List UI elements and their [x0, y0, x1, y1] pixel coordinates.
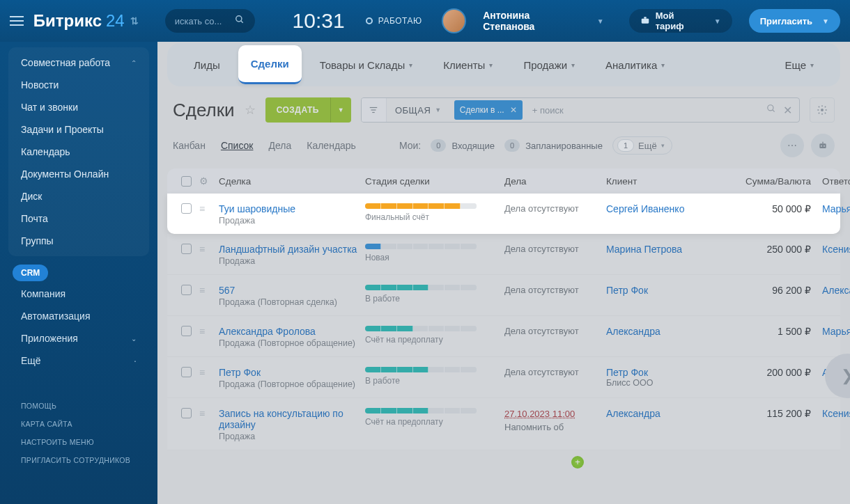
- search-icon[interactable]: [766, 104, 776, 116]
- drag-handle-icon[interactable]: ≡: [199, 367, 219, 378]
- row-checkbox[interactable]: [181, 244, 192, 254]
- add-activity-icon[interactable]: +: [571, 456, 584, 468]
- sidebar-item-collab[interactable]: Совместная работа ⌃: [8, 52, 149, 74]
- sidebar-item[interactable]: Календарь: [8, 141, 149, 163]
- col-client[interactable]: Клиент: [606, 176, 736, 187]
- table-row[interactable]: ≡Туи шаровидныеПродажаФинальный счётДела…: [167, 194, 840, 234]
- client-link[interactable]: Марина Петрова: [606, 244, 736, 255]
- select-all-checkbox[interactable]: [181, 176, 192, 187]
- user-avatar[interactable]: [442, 8, 467, 33]
- deal-name-link[interactable]: 567: [219, 285, 365, 296]
- stage-progress[interactable]: [365, 408, 477, 414]
- responsible-link[interactable]: Марьяна: [822, 203, 850, 214]
- col-responsible[interactable]: Ответст: [822, 176, 850, 187]
- menu-toggle-icon[interactable]: [10, 16, 24, 26]
- sidebar-item[interactable]: Автоматизация: [0, 305, 157, 327]
- crm-tab-more[interactable]: Еще ▾: [772, 45, 826, 84]
- crm-tab[interactable]: Товары и Склады▾: [307, 45, 426, 84]
- sidebar-item[interactable]: Задачи и Проекты: [8, 118, 149, 141]
- sidebar-mini-link[interactable]: НАСТРОИТЬ МЕНЮ: [21, 433, 137, 451]
- client-link[interactable]: Александра: [606, 326, 736, 337]
- filter-add-search[interactable]: + поиск: [525, 105, 571, 116]
- column-settings-icon[interactable]: ⚙: [199, 175, 219, 187]
- row-checkbox[interactable]: [181, 285, 192, 295]
- client-link[interactable]: Петр Фок: [606, 367, 736, 378]
- global-search[interactable]: [165, 9, 255, 33]
- sidebar-item[interactable]: Документы Онлайн: [8, 163, 149, 185]
- deal-name-link[interactable]: Александра Фролова: [219, 326, 365, 337]
- sidebar-item[interactable]: Чат и звонки: [8, 96, 149, 118]
- col-amount[interactable]: Сумма/Валюта: [736, 176, 822, 187]
- drag-handle-icon[interactable]: ≡: [199, 244, 219, 255]
- col-business[interactable]: Дела: [504, 176, 606, 187]
- crm-tab[interactable]: Сделки: [238, 45, 302, 84]
- invite-button[interactable]: Пригласить ▼: [749, 9, 840, 33]
- crm-tab[interactable]: Аналитика▾: [593, 45, 677, 84]
- chevron-down-icon[interactable]: ▼: [597, 17, 604, 25]
- table-row[interactable]: ≡Петр ФокПродажа (Повторное обращение)В …: [167, 357, 840, 398]
- tariff-button[interactable]: Мой тариф ▼: [629, 9, 732, 33]
- mine-planned[interactable]: 0 Запланированные: [504, 139, 603, 152]
- drag-handle-icon[interactable]: ≡: [199, 285, 219, 296]
- drag-handle-icon[interactable]: ≡: [199, 326, 219, 337]
- col-stage[interactable]: Стадия сделки: [365, 176, 504, 187]
- sidebar-item[interactable]: Компания: [0, 283, 157, 305]
- crm-tab[interactable]: Продажи▾: [511, 45, 587, 84]
- sidebar-item-more[interactable]: Ещё: [0, 349, 157, 372]
- filter-chip[interactable]: Сделки в ... ✕: [454, 100, 523, 120]
- sidebar-item-crm[interactable]: CRM: [13, 265, 48, 281]
- col-deal[interactable]: Сделка: [219, 176, 365, 187]
- responsible-link[interactable]: Ксения И: [822, 408, 850, 419]
- search-input[interactable]: [175, 16, 229, 26]
- settings-button[interactable]: [810, 97, 835, 123]
- app-logo[interactable]: Битрикс 24 ⇅: [33, 11, 139, 31]
- more-actions-button[interactable]: ⋯: [780, 134, 804, 157]
- row-checkbox[interactable]: [181, 203, 192, 214]
- view-subtab[interactable]: Канбан: [173, 140, 206, 151]
- work-status[interactable]: РАБОТАЮ: [366, 16, 422, 26]
- client-link[interactable]: Александра: [606, 408, 736, 419]
- stage-progress[interactable]: [365, 203, 477, 209]
- view-subtab[interactable]: Список: [221, 140, 254, 151]
- table-row[interactable]: ≡Запись на консультацию по дизайнуПродаж…: [167, 398, 840, 450]
- stage-progress[interactable]: [365, 326, 477, 331]
- deal-name-link[interactable]: Петр Фок: [219, 367, 365, 378]
- create-split[interactable]: ▼: [330, 97, 351, 123]
- stage-progress[interactable]: [365, 244, 477, 249]
- deal-name-link[interactable]: Запись на консультацию по дизайну: [219, 408, 365, 430]
- sidebar-item[interactable]: Почта: [8, 207, 149, 230]
- deal-name-link[interactable]: Туи шаровидные: [219, 203, 365, 214]
- table-row[interactable]: ≡567Продажа (Повторная сделка)В работеДе…: [167, 275, 840, 316]
- client-link[interactable]: Петр Фок: [606, 285, 736, 296]
- responsible-link[interactable]: Марьяна: [822, 326, 850, 337]
- sidebar-mini-link[interactable]: КАРТА САЙТА: [21, 415, 137, 433]
- deal-name-link[interactable]: Ландшафтный дизайн участка: [219, 244, 365, 255]
- sidebar-item[interactable]: Группы: [8, 230, 149, 252]
- table-row[interactable]: ≡Александра ФроловаПродажа (Повторное об…: [167, 316, 840, 357]
- drag-handle-icon[interactable]: ≡: [199, 203, 219, 214]
- crm-tab[interactable]: Клиенты▾: [431, 45, 505, 84]
- drag-handle-icon[interactable]: ≡: [199, 408, 219, 419]
- close-icon[interactable]: ✕: [783, 104, 792, 117]
- user-name[interactable]: Антонина Степанова: [483, 10, 583, 32]
- responsible-link[interactable]: Ксения И: [822, 244, 850, 255]
- view-subtab[interactable]: Календарь: [307, 140, 356, 151]
- activity-date[interactable]: 27.10.2023 11:00: [504, 408, 606, 420]
- sidebar-item-apps[interactable]: Приложения ⌄: [0, 327, 157, 349]
- crm-tab[interactable]: Лиды: [181, 45, 233, 84]
- stage-progress[interactable]: [365, 285, 477, 290]
- create-button[interactable]: СОЗДАТЬ ▼: [265, 97, 351, 123]
- table-row[interactable]: ≡Ландшафтный дизайн участкаПродажаНоваяД…: [167, 234, 840, 275]
- mine-incoming[interactable]: 0 Входящие: [431, 139, 495, 152]
- filter-icon[interactable]: [362, 98, 387, 122]
- swap-icon[interactable]: ⇅: [130, 15, 139, 26]
- search-icon[interactable]: [235, 15, 245, 27]
- stage-progress[interactable]: [365, 367, 477, 372]
- view-subtab[interactable]: Дела: [268, 140, 291, 151]
- filter-general[interactable]: ОБЩАЯ ▼: [387, 105, 450, 116]
- sidebar-item[interactable]: Диск: [8, 185, 149, 207]
- client-link[interactable]: Сергей Иваненко: [606, 203, 736, 214]
- responsible-link[interactable]: Александ: [822, 285, 850, 296]
- close-icon[interactable]: ✕: [510, 105, 517, 115]
- mine-more[interactable]: 1 Ещё ▾: [612, 136, 672, 155]
